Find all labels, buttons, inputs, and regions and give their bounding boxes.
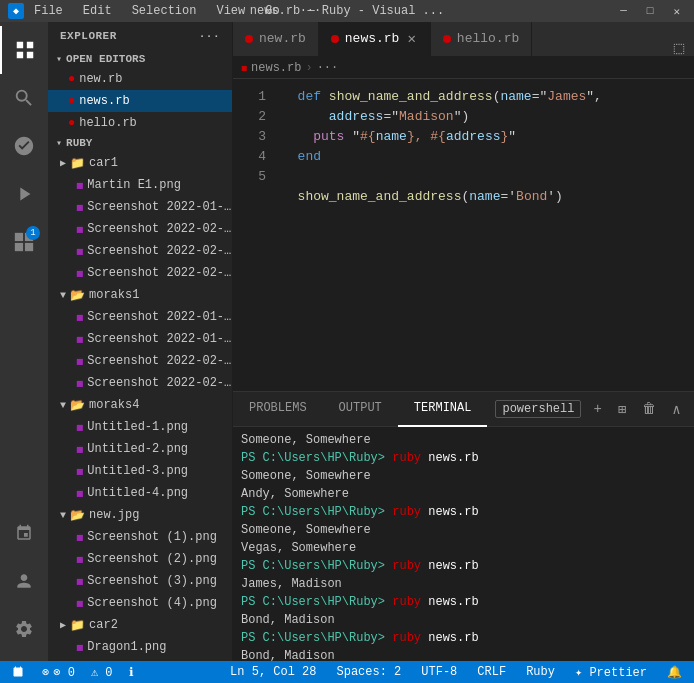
tree-file-m1s3[interactable]: ◼ Screenshot 2022-02-...: [48, 350, 232, 372]
tree-file-dragon[interactable]: ◼ Dragon1.png: [48, 636, 232, 658]
tree-file-u4[interactable]: ◼ Untitled-4.png: [48, 482, 232, 504]
account-activity-icon[interactable]: [0, 557, 48, 605]
tree-item-label: Martin E1.png: [87, 178, 181, 192]
tree-item-label: Screenshot 2022-02-...: [87, 266, 232, 280]
breadcrumb-filename[interactable]: news.rb: [251, 61, 301, 75]
tree-file-sc4[interactable]: ◼ Screenshot (4).png: [48, 592, 232, 614]
tree-folder-moraks1[interactable]: ▼ 📂 moraks1: [48, 284, 232, 306]
tab-hello-rb[interactable]: hello.rb: [431, 22, 532, 56]
line-ending[interactable]: CRLF: [473, 665, 510, 679]
tree-file-m1s1[interactable]: ◼ Screenshot 2022-01-...: [48, 306, 232, 328]
problems-tab[interactable]: PROBLEMS: [233, 392, 323, 427]
open-editors-chevron: ▾: [56, 53, 62, 65]
open-editor-new-rb[interactable]: ● new.rb: [48, 68, 232, 90]
source-control-activity-icon[interactable]: [0, 122, 48, 170]
maximize-button[interactable]: □: [641, 3, 660, 20]
tree-file-sc1[interactable]: ◼ Screenshot (1).png: [48, 526, 232, 548]
warnings-status[interactable]: ⚠ 0: [87, 665, 117, 680]
tree-item-label: Screenshot (4).png: [87, 596, 217, 610]
open-editors-section[interactable]: ▾ OPEN EDITORS: [48, 50, 232, 68]
tab-new-rb[interactable]: new.rb: [233, 22, 319, 56]
png-file-icon: ◼: [76, 640, 83, 655]
file-dot-newrb: [245, 35, 253, 43]
language-mode[interactable]: Ruby: [522, 665, 559, 679]
close-button[interactable]: ✕: [667, 3, 686, 20]
kill-terminal-icon[interactable]: 🗑: [638, 399, 660, 419]
maximize-panel-icon[interactable]: ∧: [668, 399, 684, 420]
remote-status[interactable]: [8, 665, 30, 679]
sidebar: Explorer ··· ▾ OPEN EDITORS ● new.rb ● n…: [48, 22, 233, 661]
search-activity-icon[interactable]: [0, 74, 48, 122]
notifications-icon[interactable]: 🔔: [663, 665, 686, 680]
ruby-section-label: RUBY: [66, 137, 92, 149]
info-status[interactable]: ℹ: [125, 665, 138, 680]
tab-news-rb[interactable]: news.rb ✕: [319, 22, 431, 56]
tree-file-u2[interactable]: ◼ Untitled-2.png: [48, 438, 232, 460]
formatter[interactable]: ✦ Prettier: [571, 665, 651, 680]
file-dot-hellorb: [443, 35, 451, 43]
terminal[interactable]: Someone, Somewhere PS C:\Users\HP\Ruby> …: [233, 427, 694, 661]
svg-rect-3: [25, 243, 33, 251]
tree-file-u1[interactable]: ◼ Untitled-1.png: [48, 416, 232, 438]
terminal-output: Andy, Somewhere: [241, 485, 686, 503]
png-file-icon: ◼: [76, 244, 83, 259]
indentation[interactable]: Spaces: 2: [333, 665, 406, 679]
tree-item-label: Screenshot 2022-02-...: [87, 354, 232, 368]
breadcrumb-sep: ›: [305, 61, 312, 75]
sidebar-more-icon[interactable]: ···: [199, 30, 220, 42]
tree-folder-newjpg[interactable]: ▼ 📂 new.jpg: [48, 504, 232, 526]
tree-item-label: Screenshot (3).png: [87, 574, 217, 588]
open-editor-news-rb[interactable]: ● news.rb: [48, 90, 232, 112]
minimize-button[interactable]: ─: [614, 3, 633, 20]
file-dot-newsrb: [331, 35, 339, 43]
settings-activity-icon[interactable]: [0, 605, 48, 653]
code-editor[interactable]: 1 2 3 4 5 def show_name_and_address(name…: [233, 79, 694, 391]
explorer-activity-icon[interactable]: [0, 26, 48, 74]
cursor-position[interactable]: Ln 5, Col 28: [226, 665, 320, 679]
tree-file-m1s2[interactable]: ◼ Screenshot 2022-01-...: [48, 328, 232, 350]
menu-file[interactable]: File: [30, 4, 67, 18]
tree-file-ss4[interactable]: ◼ Screenshot 2022-02-...: [48, 262, 232, 284]
code-line-3: puts "#{name}, #{address}": [282, 127, 694, 147]
errors-status[interactable]: ⊗ ⊗ 0: [38, 665, 79, 680]
tab-close-button[interactable]: ✕: [405, 28, 417, 49]
tree-item-car2[interactable]: ▶ 📁 car2: [48, 614, 232, 636]
extensions-activity-icon[interactable]: 1: [0, 218, 48, 266]
menu-edit[interactable]: Edit: [79, 4, 116, 18]
breadcrumb-more[interactable]: ···: [317, 61, 339, 75]
extensions-badge: 1: [26, 226, 40, 240]
terminal-tab[interactable]: TERMINAL: [398, 392, 488, 427]
png-file-icon: ◼: [76, 596, 83, 611]
tree-item-label: Untitled-1.png: [87, 420, 188, 434]
tree-file-ss3[interactable]: ◼ Screenshot 2022-02-...: [48, 240, 232, 262]
tree-file-m1s4[interactable]: ◼ Screenshot 2022-02-...: [48, 372, 232, 394]
png-file-icon: ◼: [76, 530, 83, 545]
tree-folder-moraks4[interactable]: ▼ 📂 moraks4: [48, 394, 232, 416]
remote-activity-icon[interactable]: [0, 509, 48, 557]
ruby-section[interactable]: ▾ RUBY: [48, 134, 232, 152]
tree-item-label: Dragon1.png: [87, 640, 166, 654]
run-activity-icon[interactable]: [0, 170, 48, 218]
sidebar-header: Explorer ···: [48, 22, 232, 50]
open-editor-hello-rb[interactable]: ● hello.rb: [48, 112, 232, 134]
tree-file-u3[interactable]: ◼ Untitled-3.png: [48, 460, 232, 482]
new-terminal-icon[interactable]: +: [589, 399, 605, 419]
encoding[interactable]: UTF-8: [417, 665, 461, 679]
code-content[interactable]: def show_name_and_address(name="James", …: [278, 79, 694, 391]
powershell-label[interactable]: powershell: [495, 400, 581, 418]
output-tab[interactable]: OUTPUT: [323, 392, 398, 427]
tree-file-ss1[interactable]: ◼ Screenshot 2022-01-...: [48, 196, 232, 218]
menu-selection[interactable]: Selection: [128, 4, 201, 18]
menu-view[interactable]: View: [212, 4, 249, 18]
tree-folder-car1[interactable]: ▶ 📁 car1: [48, 152, 232, 174]
tree-file-ss2[interactable]: ◼ Screenshot 2022-02-...: [48, 218, 232, 240]
tree-file-sc2[interactable]: ◼ Screenshot (2).png: [48, 548, 232, 570]
tab-layout-button[interactable]: [664, 42, 694, 56]
tree-file-sc3[interactable]: ◼ Screenshot (3).png: [48, 570, 232, 592]
line-numbers: 1 2 3 4 5: [233, 79, 278, 391]
png-file-icon: ◼: [76, 442, 83, 457]
split-terminal-icon[interactable]: ⊞: [614, 399, 630, 420]
error-icon: ⊗: [42, 665, 49, 680]
code-line-1: def show_name_and_address(name="James",: [282, 87, 694, 107]
tree-file-martin[interactable]: ◼ Martin E1.png: [48, 174, 232, 196]
